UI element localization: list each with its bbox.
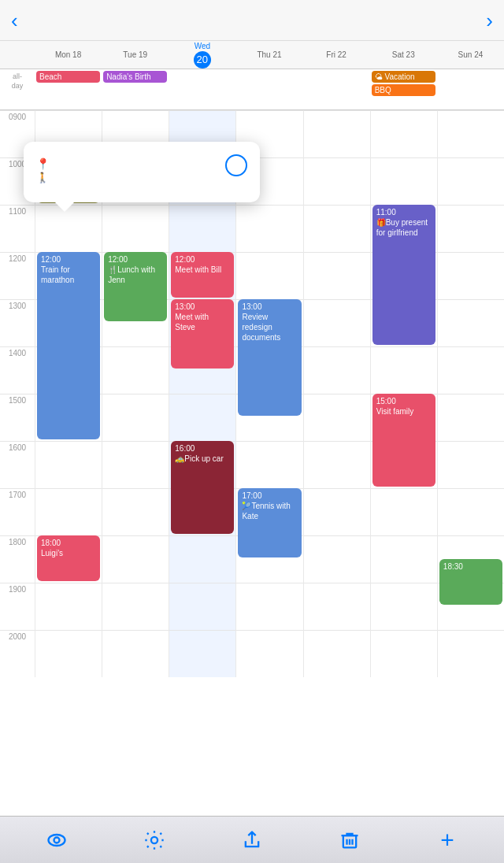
hour-line: [169, 205, 235, 252]
time-label-16: 1600: [0, 441, 35, 488]
hour-line: [304, 535, 370, 583]
header: ‹ ›: [0, 0, 504, 41]
hour-line: [438, 346, 504, 394]
event[interactable]: 11:00 🎁Buy present for girlfriend: [372, 205, 435, 345]
hour-line: [371, 535, 437, 583]
hour-line: [438, 157, 504, 205]
allday-cell-0: Beach: [35, 69, 102, 109]
location-icon: 📍: [36, 157, 50, 170]
hour-line: [438, 110, 504, 157]
allday-event[interactable]: BBQ: [372, 84, 435, 96]
grid-col-6: 18:30: [437, 110, 504, 677]
event[interactable]: 18:00 Luigi's: [37, 535, 100, 581]
svg-point-2: [151, 836, 158, 843]
hour-line: [35, 205, 102, 252]
day-header-18[interactable]: Mon 18: [35, 41, 102, 69]
day-header-22[interactable]: Fri 22: [303, 41, 370, 69]
hour-line: [102, 441, 169, 488]
time-label-17: 1700: [0, 488, 35, 535]
hour-line: [438, 488, 504, 535]
day-header-20[interactable]: Wed20: [169, 41, 235, 69]
time-label-11: 1100: [0, 205, 35, 252]
hour-line: [371, 157, 437, 205]
time-label-15: 1500: [0, 394, 35, 441]
event[interactable]: 18:30: [439, 559, 502, 605]
event[interactable]: 12:00 Meet with Bill: [171, 252, 234, 298]
allday-event[interactable]: Nadia's Birth: [103, 71, 167, 83]
svg-point-1: [54, 837, 60, 843]
time-label-19: 1900: [0, 583, 35, 630]
day-header-21[interactable]: Thu 21: [235, 41, 302, 69]
event[interactable]: 17:00 🎾Tennis with Kate: [238, 488, 301, 557]
time-label-13: 1300: [0, 299, 35, 346]
next-button[interactable]: ›: [486, 10, 493, 31]
day-header-19[interactable]: Tue 19: [102, 41, 169, 69]
hour-line: [371, 346, 437, 394]
hour-line: [169, 394, 235, 441]
hour-line: [102, 346, 169, 394]
hour-line: [438, 630, 504, 677]
hour-line: [304, 488, 370, 535]
hour-line: [438, 441, 504, 488]
grid-col-4: [303, 110, 370, 677]
hour-line: [169, 583, 235, 630]
allday-cell-4: [303, 69, 370, 109]
hour-line: [304, 205, 370, 252]
hour-line: [304, 252, 370, 299]
hour-line: [371, 488, 437, 535]
popup-distance: 🚶: [36, 172, 247, 183]
trash-button[interactable]: [332, 823, 367, 857]
allday-cell-3: [235, 69, 302, 109]
hour-line: [102, 535, 169, 583]
hour-line: [102, 583, 169, 630]
hour-line: [102, 205, 169, 252]
event[interactable]: 13:00 Review redesign documents: [238, 299, 301, 416]
hour-line: [304, 299, 370, 346]
hour-line: [371, 630, 437, 677]
eye-button[interactable]: [39, 823, 74, 857]
hour-line: [236, 205, 302, 252]
event[interactable]: 15:00 Visit family: [372, 394, 435, 487]
svg-point-0: [49, 835, 65, 846]
time-col-header: [0, 41, 35, 69]
hour-line: [438, 252, 504, 299]
hour-line: [371, 110, 437, 157]
hour-line: [102, 488, 169, 535]
event[interactable]: 12:00 Train for marathon: [37, 252, 100, 439]
prev-button[interactable]: ‹: [11, 10, 18, 31]
hour-line: [304, 157, 370, 205]
day-header-24[interactable]: Sun 24: [437, 41, 504, 69]
popup-info-button[interactable]: [225, 154, 247, 176]
allday-cell-1: Nadia's Birth: [102, 69, 169, 109]
time-label-18: 1800: [0, 535, 35, 583]
day-header-23[interactable]: Sat 23: [370, 41, 437, 69]
allday-event[interactable]: Beach: [36, 71, 100, 83]
hour-line: [438, 205, 504, 252]
hour-line: [304, 583, 370, 630]
time-label-12: 1200: [0, 252, 35, 299]
toolbar: +: [0, 816, 504, 863]
hour-line: [236, 630, 302, 677]
hour-line: [169, 535, 235, 583]
hour-line: [304, 441, 370, 488]
add-button[interactable]: +: [430, 823, 465, 857]
popup-location: 📍: [36, 157, 247, 170]
time-label-20: 2000: [0, 630, 35, 677]
event[interactable]: 16:00 🚕Pick up car: [171, 441, 234, 534]
allday-label: all-day: [0, 69, 35, 109]
calendar-scroll[interactable]: 0900100011001200130014001500160017001800…: [0, 110, 504, 816]
hour-line: [35, 630, 102, 677]
event[interactable]: 13:00 Meet with Steve: [171, 299, 234, 369]
hour-line: [102, 630, 169, 677]
hour-line: [236, 583, 302, 630]
time-label-14: 1400: [0, 346, 35, 394]
share-button[interactable]: [235, 823, 269, 857]
hour-line: [236, 441, 302, 488]
event[interactable]: 12:00 🍴Lunch with Jenn: [104, 252, 167, 321]
walk-icon: 🚶: [36, 172, 49, 183]
hour-line: [304, 394, 370, 441]
hour-line: [35, 583, 102, 630]
gear-button[interactable]: [137, 823, 172, 857]
allday-event[interactable]: 🌤 Vacation: [372, 71, 435, 83]
hour-line: [371, 583, 437, 630]
